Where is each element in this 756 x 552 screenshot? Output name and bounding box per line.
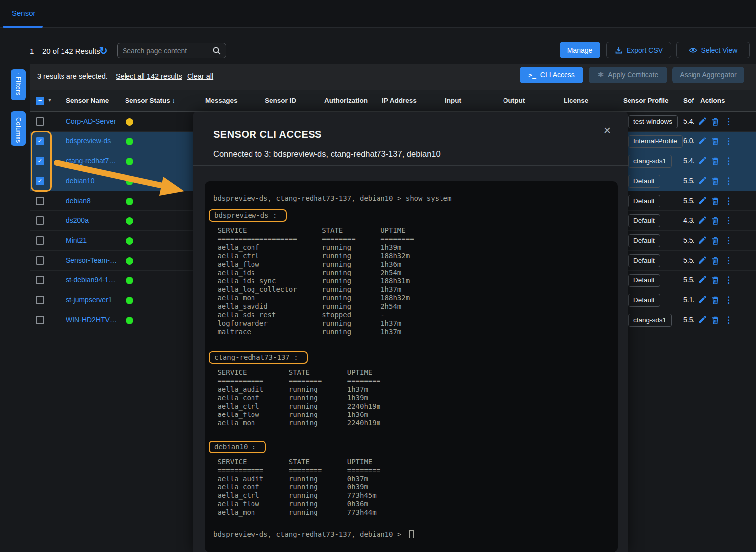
manage-button[interactable]: Manage xyxy=(560,42,600,58)
edit-pencil-icon[interactable] xyxy=(698,137,706,145)
assign-aggregator-button[interactable]: Assign Aggregator xyxy=(672,67,744,83)
clear-all-link[interactable]: Clear all xyxy=(187,72,213,80)
close-icon[interactable]: ✕ xyxy=(603,125,611,136)
sensor-name-link[interactable]: bdspreview-ds xyxy=(66,137,125,145)
edit-pencil-icon[interactable] xyxy=(698,296,706,304)
row-checkbox[interactable] xyxy=(36,296,44,304)
apply-certificate-button[interactable]: ✱ Apply Certificate xyxy=(589,67,667,83)
sensor-name-link[interactable]: Sensor-Team-… xyxy=(66,256,125,264)
column-header-input[interactable]: Input xyxy=(445,97,461,104)
sensor-name-link[interactable]: st-jumpserver1 xyxy=(66,296,125,304)
row-checkbox[interactable]: ✓ xyxy=(36,137,44,145)
delete-trash-icon[interactable] xyxy=(711,157,719,165)
sensor-profile-chip[interactable]: ctang-sds1 xyxy=(628,155,672,168)
edit-pencil-icon[interactable] xyxy=(698,117,706,126)
more-actions-kebab-icon[interactable]: ⋮ xyxy=(724,275,733,285)
cli-terminal[interactable]: bdspreview-ds, ctang-redhat73-137, debia… xyxy=(205,181,618,552)
delete-trash-icon[interactable] xyxy=(711,296,719,304)
export-csv-button[interactable]: Export CSV xyxy=(606,42,671,58)
row-checkbox[interactable] xyxy=(36,256,44,265)
row-checkbox[interactable] xyxy=(36,197,44,205)
filters-button[interactable]: Filters xyxy=(11,69,26,100)
refresh-icon[interactable]: ↻ xyxy=(99,45,108,57)
more-actions-kebab-icon[interactable]: ⋮ xyxy=(724,176,733,186)
column-header-sensor-status[interactable]: Sensor Status ↓ xyxy=(125,97,175,104)
delete-trash-icon[interactable] xyxy=(711,197,719,205)
more-actions-kebab-icon[interactable]: ⋮ xyxy=(724,315,733,325)
sensor-profile-chip[interactable]: Default xyxy=(628,214,660,227)
terminal-host-label: debian10 : xyxy=(209,441,266,453)
tab-sensor[interactable]: Sensor xyxy=(12,9,36,17)
row-checkbox[interactable]: ✓ xyxy=(36,157,44,165)
sensor-profile-chip[interactable]: Internal-Profile xyxy=(628,135,683,148)
column-header-sensor-profile[interactable]: Sensor Profile xyxy=(623,97,669,104)
edit-pencil-icon[interactable] xyxy=(698,256,706,265)
delete-trash-icon[interactable] xyxy=(711,316,719,324)
column-header-output[interactable]: Output xyxy=(503,97,525,104)
cli-access-button[interactable]: >_ CLI Access xyxy=(520,67,583,83)
more-actions-kebab-icon[interactable]: ⋮ xyxy=(724,156,733,166)
delete-trash-icon[interactable] xyxy=(711,216,719,225)
more-actions-kebab-icon[interactable]: ⋮ xyxy=(724,235,733,246)
column-header-sensor-id[interactable]: Sensor ID xyxy=(265,97,296,104)
sensor-profile-chip[interactable]: ctang-sds1 xyxy=(628,314,672,327)
column-header-authorization[interactable]: Authorization xyxy=(324,97,368,104)
more-actions-kebab-icon[interactable]: ⋮ xyxy=(724,196,733,206)
edit-pencil-icon[interactable] xyxy=(698,316,706,324)
select-all-checkbox[interactable]: − xyxy=(36,97,44,105)
edit-pencil-icon[interactable] xyxy=(698,216,706,225)
more-actions-kebab-icon[interactable]: ⋮ xyxy=(724,295,733,305)
sensor-name-link[interactable]: WIN-HD2HTV… xyxy=(66,316,125,324)
sensor-profile-chip[interactable]: Default xyxy=(628,175,660,188)
row-checkbox[interactable]: ✓ xyxy=(36,177,44,185)
sensor-profile-chip[interactable]: test-windows xyxy=(628,115,678,128)
row-checkbox[interactable] xyxy=(36,316,44,324)
delete-trash-icon[interactable] xyxy=(711,117,719,126)
column-header-sensor-name[interactable]: Sensor Name xyxy=(66,97,109,104)
sensor-name-link[interactable]: debian8 xyxy=(66,197,125,205)
column-header-messages[interactable]: Messages xyxy=(205,97,238,104)
columns-button[interactable]: Columns xyxy=(11,111,26,146)
more-actions-kebab-icon[interactable]: ⋮ xyxy=(724,116,733,127)
column-header-sof[interactable]: Sof xyxy=(683,97,694,104)
sensor-profile-chip[interactable]: Default xyxy=(628,294,660,307)
sensor-name-link[interactable]: ctang-redhat7… xyxy=(66,157,125,165)
more-actions-kebab-icon[interactable]: ⋮ xyxy=(724,255,733,266)
search-input[interactable] xyxy=(123,43,209,58)
edit-pencil-icon[interactable] xyxy=(698,276,706,284)
delete-trash-icon[interactable] xyxy=(711,137,719,145)
sensor-name-link[interactable]: Corp-AD-Server xyxy=(66,117,125,125)
delete-trash-icon[interactable] xyxy=(711,177,719,185)
edit-pencil-icon[interactable] xyxy=(698,197,706,205)
row-checkbox[interactable] xyxy=(36,216,44,225)
sensor-profile-chip[interactable]: Default xyxy=(628,254,660,267)
delete-trash-icon[interactable] xyxy=(711,236,719,245)
delete-trash-icon[interactable] xyxy=(711,256,719,265)
sensor-name-link[interactable]: Mint21 xyxy=(66,236,125,244)
modal-divider xyxy=(193,165,628,166)
sensor-name-link[interactable]: debian10 xyxy=(66,177,125,185)
delete-trash-icon[interactable] xyxy=(711,276,719,284)
sensor-name-link[interactable]: st-debian94-1… xyxy=(66,276,125,284)
edit-pencil-icon[interactable] xyxy=(698,177,706,185)
sensor-profile-chip[interactable]: Default xyxy=(628,195,660,207)
more-actions-kebab-icon[interactable]: ⋮ xyxy=(724,136,733,146)
column-header-license[interactable]: License xyxy=(564,97,588,104)
search-icon[interactable] xyxy=(212,46,221,55)
row-checkbox[interactable] xyxy=(36,236,44,245)
more-actions-kebab-icon[interactable]: ⋮ xyxy=(724,215,733,226)
row-checkbox[interactable] xyxy=(36,117,44,126)
select-all-link[interactable]: Select all 142 results xyxy=(116,72,182,80)
edit-pencil-icon[interactable] xyxy=(698,236,706,245)
column-header-ip-address[interactable]: IP Address xyxy=(382,97,417,104)
chevron-down-icon[interactable]: ▾ xyxy=(48,96,51,103)
sensor-profile-chip[interactable]: Default xyxy=(628,274,660,287)
row-checkbox[interactable] xyxy=(36,276,44,284)
edit-pencil-icon[interactable] xyxy=(698,157,706,165)
select-view-button[interactable]: Select View xyxy=(676,42,750,58)
export-csv-label: Export CSV xyxy=(627,46,663,54)
sensor-name-link[interactable]: ds200a xyxy=(66,216,125,224)
sensor-profile-chip[interactable]: Default xyxy=(628,234,660,247)
cli-access-modal: SENSOR CLI ACCESS Connected to 3: bdspre… xyxy=(193,112,628,552)
column-header-actions[interactable]: Actions xyxy=(700,97,725,104)
